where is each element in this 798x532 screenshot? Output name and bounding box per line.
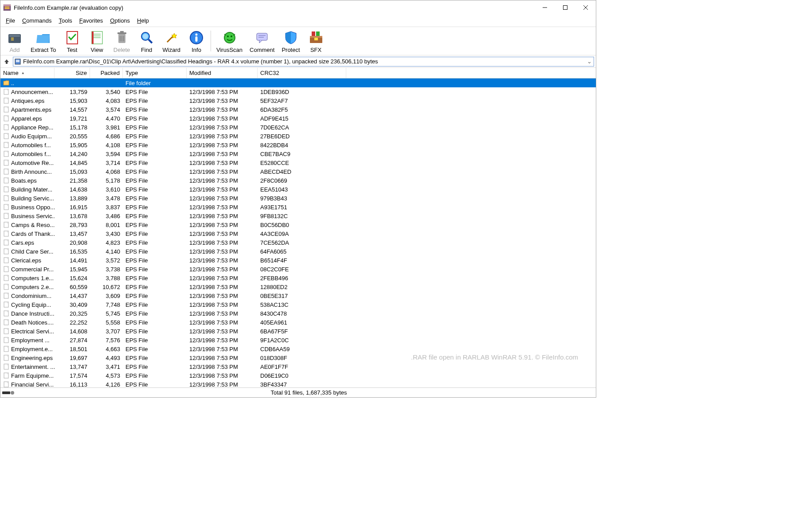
svg-rect-2 <box>4 7 9 8</box>
svg-rect-46 <box>16 61 20 62</box>
toolbar-label: View <box>91 47 103 53</box>
file-row[interactable]: Death Notices....22,2525,558EPS File12/3… <box>0 318 596 327</box>
menu-options[interactable]: Options <box>106 16 133 26</box>
svg-rect-40 <box>310 36 322 38</box>
svg-rect-43 <box>314 38 318 40</box>
file-row[interactable]: Automobiles f...14,2403,594EPS File12/3/… <box>0 149 596 158</box>
svg-rect-45 <box>16 60 20 61</box>
status-text: Total 91 files, 1,687,335 bytes <box>22 389 596 396</box>
file-row[interactable]: Cycling Equip...30,4097,748EPS File12/3/… <box>0 300 596 309</box>
col-size[interactable]: Size <box>55 68 90 78</box>
file-row[interactable]: Child Care Ser...16,5354,140EPS File12/3… <box>0 247 596 256</box>
file-row[interactable]: Building Servic...13,8893,478EPS File12/… <box>0 194 596 203</box>
menu-help[interactable]: Help <box>133 16 153 26</box>
toolbar-separator <box>211 31 211 51</box>
toolbar-wizard-button[interactable]: Wizard <box>159 28 184 54</box>
svg-point-32 <box>227 35 229 37</box>
file-row[interactable]: Appliance Rep...15,1783,981EPS File12/3/… <box>0 123 596 132</box>
file-row[interactable]: Automotive Re...14,8453,714EPS File12/3/… <box>0 158 596 167</box>
file-row[interactable]: Apparel.eps19,7214,470EPS File12/3/1998 … <box>0 114 596 123</box>
svg-point-25 <box>143 34 148 39</box>
file-row[interactable]: Employment ...27,8747,576EPS File12/3/19… <box>0 336 596 344</box>
file-row[interactable]: Business Servic...13,6783,486EPS File12/… <box>0 211 596 220</box>
maximize-button[interactable] <box>555 1 575 14</box>
toolbar-label: Extract To <box>31 47 56 53</box>
toolbar-label: Add <box>9 47 20 53</box>
titlebar[interactable]: FileInfo.com Example.rar (evaluation cop… <box>0 0 596 15</box>
file-row[interactable]: Financial Servi...16,1134,126EPS File12/… <box>0 380 596 387</box>
file-row[interactable]: Announcemen...13,7593,540EPS File12/3/19… <box>0 87 596 96</box>
file-row[interactable]: Cars.eps20,9084,823EPS File12/3/1998 7:5… <box>0 238 596 247</box>
archive-icon <box>14 58 21 65</box>
file-row[interactable]: Automobiles f...15,9054,108EPS File12/3/… <box>0 141 596 149</box>
file-row[interactable]: Electrical Servi...14,6083,707EPS File12… <box>0 327 596 336</box>
file-row[interactable]: Birth Announc...15,0934,068EPS File12/3/… <box>0 167 596 176</box>
toolbar-delete-button: Delete <box>110 28 134 54</box>
col-modified[interactable]: Modified <box>187 68 258 78</box>
toolbar-label: Info <box>192 47 201 53</box>
menu-commands[interactable]: Commands <box>19 16 55 26</box>
col-name[interactable]: Name▲ <box>0 68 55 78</box>
status-disk-icon <box>0 391 22 395</box>
file-row[interactable]: Farm Equipme...17,5744,573EPS File12/3/1… <box>0 371 596 380</box>
toolbar-label: Comment <box>250 47 274 53</box>
file-row[interactable]: Computers 1.e...15,6243,788EPS File12/3/… <box>0 274 596 282</box>
path-field[interactable]: FileInfo.com Example.rar\Disc_01\Clip Ar… <box>13 57 594 66</box>
svg-rect-42 <box>316 31 320 36</box>
file-row[interactable]: Boats.eps21,3585,178EPS File12/3/1998 7:… <box>0 176 596 185</box>
file-row[interactable]: Antiques.eps15,9034,083EPS File12/3/1998… <box>0 96 596 105</box>
file-row[interactable]: Audio Equipm...20,5554,686EPS File12/3/1… <box>0 132 596 141</box>
toolbar-label: Test <box>67 47 78 53</box>
toolbar-info-button[interactable]: Info <box>184 28 209 54</box>
svg-rect-5 <box>563 6 567 10</box>
list-header: Name▲ Size Packed Type Modified CRC32 <box>0 68 596 78</box>
svg-rect-3 <box>4 8 9 9</box>
col-type[interactable]: Type <box>123 68 187 78</box>
file-row[interactable]: Business Oppo...16,9153,837EPS File12/3/… <box>0 203 596 211</box>
col-crc[interactable]: CRC32 <box>258 68 346 78</box>
parent-folder-row[interactable]: ..File folder <box>0 78 596 87</box>
minimize-button[interactable] <box>535 1 555 14</box>
toolbar-virus-button[interactable]: VirusScan <box>213 28 246 54</box>
file-row[interactable]: Building Mater...14,6383,610EPS File12/3… <box>0 185 596 194</box>
file-row[interactable]: Commercial Pr...15,9453,738EPS File12/3/… <box>0 265 596 274</box>
file-row[interactable]: Dance Instructi...20,3255,745EPS File12/… <box>0 309 596 318</box>
svg-rect-20 <box>120 31 124 32</box>
toolbar-label: Find <box>141 47 152 53</box>
toolbar-protect-button[interactable]: Protect <box>278 28 303 54</box>
file-row[interactable]: Apartments.eps14,5573,574EPS File12/3/19… <box>0 105 596 114</box>
toolbar: AddExtract ToTestViewDeleteFindWizardInf… <box>0 27 596 55</box>
file-row[interactable]: Cards of Thank...13,4573,430EPS File12/3… <box>0 229 596 238</box>
file-row[interactable]: Entertainment. ...13,7473,471EPS File12/… <box>0 362 596 371</box>
file-row[interactable]: Employment.e...18,5014,663EPS File12/3/1… <box>0 344 596 353</box>
app-icon <box>3 4 11 12</box>
toolbar-label: Wizard <box>163 47 180 53</box>
col-packed[interactable]: Packed <box>90 68 123 78</box>
toolbar-find-button[interactable]: Find <box>134 28 159 54</box>
menu-file[interactable]: File <box>2 16 19 26</box>
file-row[interactable]: Computers 2.e...60,55910,672EPS File12/3… <box>0 282 596 291</box>
toolbar-test-button[interactable]: Test <box>60 28 85 54</box>
svg-rect-10 <box>11 38 14 39</box>
list-body[interactable]: ..File folderAnnouncemen...13,7593,540EP… <box>0 78 596 387</box>
toolbar-label: VirusScan <box>216 47 243 53</box>
toolbar-sfx-button[interactable]: SFX <box>304 28 329 54</box>
toolbar-view-button[interactable]: View <box>85 28 110 54</box>
file-row[interactable]: Condominium...14,4373,609EPS File12/3/19… <box>0 291 596 300</box>
toolbar-label: Protect <box>282 47 300 53</box>
svg-rect-81 <box>2 391 10 394</box>
up-button[interactable] <box>2 57 11 66</box>
toolbar-label: Delete <box>113 47 130 53</box>
file-row[interactable]: Camps & Reso...28,7938,001EPS File12/3/1… <box>0 220 596 229</box>
svg-rect-17 <box>92 31 94 44</box>
file-row[interactable]: Engineering.eps19,6974,493EPS File12/3/1… <box>0 353 596 362</box>
close-button[interactable] <box>575 1 596 14</box>
toolbar-extract-button[interactable]: Extract To <box>27 28 60 54</box>
file-list: Name▲ Size Packed Type Modified CRC32 ..… <box>0 68 596 387</box>
path-dropdown-icon[interactable]: ⌄ <box>586 58 593 65</box>
file-row[interactable]: Clerical.eps14,4913,572EPS File12/3/1998… <box>0 256 596 265</box>
toolbar-comment-button[interactable]: Comment <box>246 28 278 54</box>
menu-favorites[interactable]: Favorites <box>76 16 106 26</box>
menu-tools[interactable]: Tools <box>55 16 75 26</box>
sort-asc-icon: ▲ <box>21 71 25 75</box>
